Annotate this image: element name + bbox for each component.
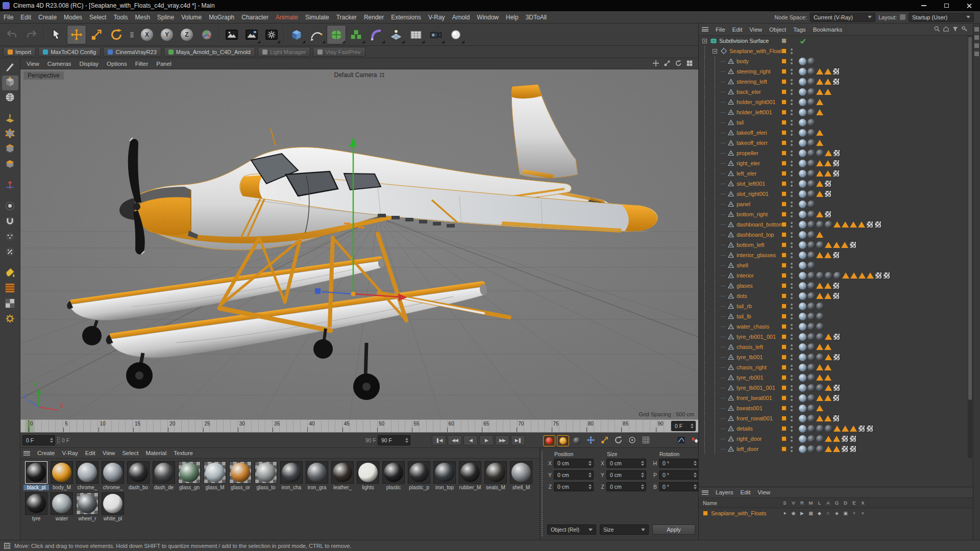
goto-end-button[interactable]: ▶❚ (511, 435, 525, 445)
current-frame-field[interactable]: 0 F (671, 421, 696, 431)
selection-tag-icon[interactable] (824, 364, 831, 370)
visibility-dot-top[interactable] (791, 416, 793, 418)
visibility-dots[interactable] (791, 48, 793, 54)
menu-spline[interactable]: Spline (154, 11, 178, 23)
visibility-dots[interactable] (791, 365, 793, 370)
menu-create[interactable]: Create (35, 11, 60, 23)
visibility-dot-top[interactable] (791, 212, 793, 214)
layer-color-chip[interactable] (781, 446, 787, 452)
frame-spinner[interactable] (691, 421, 694, 431)
visibility-dots[interactable] (791, 181, 793, 187)
visibility-dots[interactable] (791, 232, 793, 238)
visibility-dot-bottom[interactable] (791, 338, 793, 340)
phong-tag-icon[interactable] (799, 241, 806, 249)
selection-tag-icon[interactable] (859, 272, 866, 279)
layer-color-chip[interactable] (781, 293, 787, 298)
keyframe-selection-button[interactable] (571, 435, 583, 446)
visibility-dots[interactable] (791, 140, 793, 146)
uvw-tag-icon[interactable] (833, 149, 840, 157)
layer-color-chip[interactable] (781, 242, 787, 247)
texture-tag-icon[interactable] (816, 354, 824, 361)
layer-color-chip[interactable] (781, 38, 787, 43)
menu-help[interactable]: Help (502, 11, 522, 23)
visibility-dot-top[interactable] (791, 59, 793, 61)
object-row-tyre-rb001[interactable]: tyre_rb001 (701, 372, 967, 383)
dock-pin-icon[interactable] (974, 35, 979, 40)
visibility-dot-bottom[interactable] (791, 215, 793, 217)
visibility-dots[interactable] (791, 110, 793, 115)
layer-color-chip[interactable] (781, 222, 787, 227)
selection-tag-icon[interactable] (858, 221, 865, 228)
record-rotation-toggle[interactable] (612, 435, 624, 446)
menu-file[interactable]: File (0, 11, 17, 23)
object-row-tail-rb[interactable]: tail_rb (701, 301, 967, 311)
visibility-dot-top[interactable] (791, 283, 793, 285)
key-icon[interactable] (961, 26, 968, 33)
texture-tag-icon[interactable] (816, 149, 824, 157)
expand-toggle[interactable] (713, 49, 717, 54)
viewport-solo-button[interactable] (2, 199, 18, 214)
uvw-tag-icon[interactable] (832, 78, 840, 85)
material-tyre-20[interactable]: tyre (23, 492, 49, 521)
visibility-dot-top[interactable] (791, 130, 793, 132)
uvw-tag-icon[interactable] (824, 180, 831, 187)
checker-button[interactable] (2, 297, 18, 312)
phong-tag-icon[interactable] (799, 211, 806, 218)
visibility-dots[interactable] (791, 344, 793, 350)
phong-tag-icon[interactable] (799, 170, 806, 178)
plugin-cinemavrayr23[interactable]: CinemaVrayR23 (103, 47, 161, 57)
material-plastic-p-15[interactable]: plastic_p (406, 461, 432, 490)
menu-window[interactable]: Window (473, 11, 502, 23)
visibility-dot-top[interactable] (791, 48, 793, 51)
object-row-propeller[interactable]: propeller (701, 148, 967, 158)
viewport-canvas[interactable]: Perspective Default Camera Grid Spacing … (20, 69, 698, 419)
visibility-dots[interactable] (791, 355, 793, 360)
layer-color-chip[interactable] (781, 151, 787, 156)
visibility-dots[interactable] (791, 120, 793, 126)
visibility-dots[interactable] (791, 99, 793, 105)
material-leather-12[interactable]: leather_ (330, 461, 355, 490)
toggle-views-icon[interactable] (685, 60, 694, 68)
viewport-menu-display[interactable]: Display (75, 61, 103, 67)
material-chrome-3[interactable]: chrome_ (100, 461, 126, 490)
visibility-dots[interactable] (791, 293, 793, 299)
selection-tag-icon[interactable] (824, 68, 831, 74)
uvw-tag-icon[interactable] (832, 252, 840, 259)
visibility-dot-bottom[interactable] (791, 450, 793, 452)
layer-color-chip[interactable] (781, 48, 787, 54)
object-row-takeoff-elerr[interactable]: takeoff_elerr (701, 138, 967, 148)
visibility-dots[interactable] (791, 283, 793, 289)
phong-tag-icon[interactable] (799, 292, 806, 300)
layer-color-chip[interactable] (781, 99, 787, 105)
layer-color-chip[interactable] (781, 181, 787, 186)
layer-color-chip[interactable] (781, 140, 787, 145)
selection-tag-icon[interactable] (824, 395, 831, 401)
object-tree-scrollbar[interactable] (968, 36, 972, 458)
layer-color-chip[interactable] (781, 110, 787, 115)
visibility-dot-bottom[interactable] (791, 185, 793, 187)
phong-tag-icon[interactable] (799, 129, 806, 137)
hamburger-icon[interactable] (23, 451, 30, 456)
phong-tag-icon[interactable] (799, 190, 806, 198)
texture-tag-icon[interactable] (807, 425, 815, 433)
phong-tag-icon[interactable] (799, 201, 806, 208)
texture-tag-icon[interactable] (807, 241, 815, 249)
layer-color-chip[interactable] (781, 130, 787, 135)
uvw-tag-icon[interactable] (841, 445, 848, 453)
visibility-dots[interactable] (791, 222, 793, 228)
layer-flag-diamond-icon[interactable]: ◆ (815, 508, 824, 518)
menu-tools[interactable]: Tools (110, 11, 131, 23)
visibility-dots[interactable] (791, 385, 793, 391)
visibility-dot-top[interactable] (791, 314, 793, 316)
material-chrome-2[interactable]: chrome_ (75, 461, 100, 490)
visibility-dots[interactable] (791, 426, 793, 432)
phong-tag-icon[interactable] (799, 78, 806, 86)
material-glass-m-7[interactable]: glass_M (202, 461, 228, 490)
texture-tag-icon[interactable] (807, 211, 815, 218)
visibility-dot-bottom[interactable] (791, 368, 793, 370)
visibility-dots[interactable] (791, 151, 793, 156)
visibility-dot-bottom[interactable] (791, 277, 793, 279)
uvw-tag-icon[interactable] (866, 221, 873, 228)
phong-tag-icon[interactable] (799, 323, 806, 331)
phong-tag-icon[interactable] (799, 272, 806, 280)
